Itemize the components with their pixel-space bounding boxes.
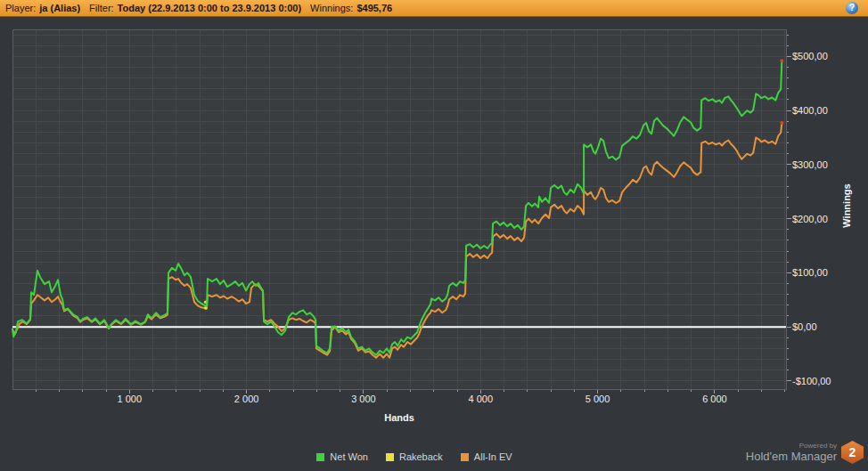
- y-axis-tick-label: $500,00: [792, 50, 828, 62]
- player-label: Player:: [5, 3, 36, 13]
- all-in-ev-swatch-icon: [461, 453, 469, 461]
- y-axis-tick-label: $100,00: [792, 266, 828, 279]
- x-axis-tick-label: 4 000: [454, 394, 507, 404]
- y-axis-tick-label: $300,00: [792, 158, 828, 171]
- x-axis-tick-label: 6 000: [688, 394, 741, 404]
- help-icon[interactable]: ?: [846, 2, 858, 14]
- filter-bar: Player: ja (Alias) Filter: Today (22.9.2…: [0, 0, 868, 17]
- rakeback-legend-label: Rakeback: [399, 451, 443, 462]
- winnings-label: Winnings:: [310, 3, 353, 13]
- rakeback-swatch-icon: [386, 453, 394, 461]
- all-in-ev-legend-label: All-In EV: [474, 451, 512, 462]
- app-window: Player: ja (Alias) Filter: Today (22.9.2…: [0, 0, 868, 471]
- y-axis-tick-label: $0,00: [792, 321, 817, 333]
- brand-text: Hold'em Manager: [746, 450, 837, 463]
- y-axis-tick-label: -$100,00: [792, 375, 831, 387]
- player-value: ja (Alias): [39, 3, 80, 13]
- chart-legend: Net Won Rakeback All-In EV: [0, 451, 848, 462]
- x-axis-tick-label: 5 000: [571, 394, 625, 404]
- winnings-value: $495,76: [356, 3, 392, 13]
- y-axis-tick-label: $200,00: [792, 213, 828, 225]
- x-axis-tick-label: 1 000: [102, 394, 156, 404]
- x-axis-title: Hands: [12, 412, 786, 423]
- hm2-badge-icon: 2: [841, 441, 864, 464]
- powered-by-text: Powered by: [799, 442, 837, 450]
- legend-item-net-won[interactable]: Net Won: [316, 451, 368, 462]
- legend-item-all-in-ev[interactable]: All-In EV: [461, 451, 512, 462]
- net-won-swatch-icon: [316, 453, 324, 461]
- net-won-legend-label: Net Won: [330, 451, 368, 462]
- y-axis-tick-label: $400,00: [792, 104, 828, 117]
- powered-by: Powered by Hold'em Manager 2: [746, 441, 864, 464]
- x-axis-tick-label: 2 000: [220, 394, 274, 404]
- x-axis-tick-label: 3 000: [337, 394, 390, 404]
- filter-label: Filter:: [89, 3, 114, 13]
- y-axis-title: Winnings: [841, 183, 852, 227]
- legend-item-rakeback[interactable]: Rakeback: [386, 451, 443, 462]
- filter-value: Today (22.9.2013 0:00 to 23.9.2013 0:00): [118, 3, 301, 13]
